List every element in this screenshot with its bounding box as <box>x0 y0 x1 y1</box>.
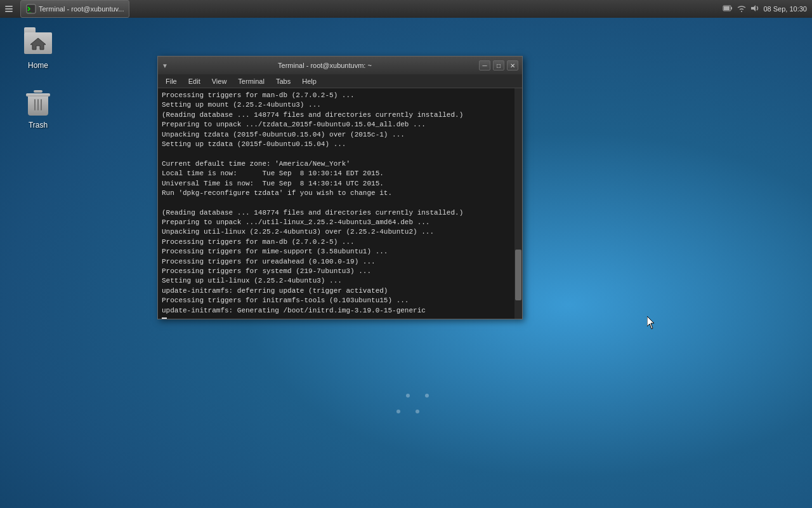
menu-edit[interactable]: Edit <box>183 76 206 86</box>
terminal-cursor <box>162 318 167 319</box>
home-folder-icon <box>23 28 53 58</box>
close-button[interactable]: ✕ <box>507 60 518 70</box>
menu-icon <box>4 4 14 14</box>
svg-rect-7 <box>731 7 732 10</box>
dot-4 <box>416 410 419 413</box>
menu-terminal[interactable]: Terminal <box>233 76 270 86</box>
dot-3 <box>396 410 400 413</box>
house-svg <box>29 36 47 51</box>
mouse-cursor <box>647 316 657 333</box>
trash-icon-label: Trash <box>29 121 48 130</box>
taskbar-clock: 08 Sep, 10:30 <box>763 5 807 13</box>
network-icon <box>737 4 747 15</box>
terminal-scrollbar[interactable] <box>514 88 522 319</box>
titlebar-dropdown-arrow[interactable]: ▼ <box>162 62 168 69</box>
taskbar-right: 08 Sep, 10:30 <box>723 4 812 15</box>
terminal-menubar: File Edit View Terminal Tabs Help <box>158 74 522 88</box>
svg-rect-2 <box>5 11 13 12</box>
svg-rect-6 <box>724 6 730 10</box>
terminal-titlebar: ▼ Terminal - root@xubuntuvm: ~ ─ □ ✕ <box>158 57 522 74</box>
taskbar-terminal-label: Terminal - root@xubuntuv... <box>39 5 124 13</box>
menu-view[interactable]: View <box>207 76 232 86</box>
menu-file[interactable]: File <box>160 76 182 86</box>
dot-1 <box>406 394 410 398</box>
menu-tabs[interactable]: Tabs <box>271 76 296 86</box>
minimize-button[interactable]: ─ <box>479 60 490 70</box>
desktop: _ Terminal - root@xubuntuv... <box>0 0 812 508</box>
svg-rect-1 <box>5 8 13 10</box>
maximize-button[interactable]: □ <box>493 60 504 70</box>
home-icon-label: Home <box>28 61 48 70</box>
volume-icon <box>750 4 759 15</box>
terminal-window: ▼ Terminal - root@xubuntuvm: ~ ─ □ ✕ Fil… <box>157 56 523 319</box>
taskbar: _ Terminal - root@xubuntuv... <box>0 0 812 18</box>
trash-icon <box>23 88 53 118</box>
taskbar-menu-button[interactable] <box>0 0 18 18</box>
dot-2 <box>425 394 429 398</box>
desktop-icon-trash[interactable]: Trash <box>13 85 63 132</box>
terminal-title: Terminal - root@xubuntuvm: ~ <box>173 62 476 69</box>
terminal-scrollbar-thumb[interactable] <box>515 250 521 300</box>
terminal-output[interactable]: Processing triggers for man-db (2.7.0.2-… <box>158 88 522 319</box>
svg-marker-10 <box>647 316 654 329</box>
taskbar-terminal-item[interactable]: _ Terminal - root@xubuntuv... <box>20 0 129 18</box>
taskbar-left: _ Terminal - root@xubuntuv... <box>0 0 723 18</box>
svg-marker-9 <box>30 38 46 50</box>
desktop-icons: Home Trash <box>13 25 63 132</box>
terminal-text: Processing triggers for man-db (2.7.0.2-… <box>162 91 518 319</box>
battery-icon <box>723 4 733 14</box>
desktop-icon-home[interactable]: Home <box>13 25 63 72</box>
terminal-taskbar-icon: _ <box>26 4 36 14</box>
menu-help[interactable]: Help <box>297 76 322 86</box>
svg-rect-0 <box>5 6 13 7</box>
svg-marker-8 <box>751 5 756 11</box>
